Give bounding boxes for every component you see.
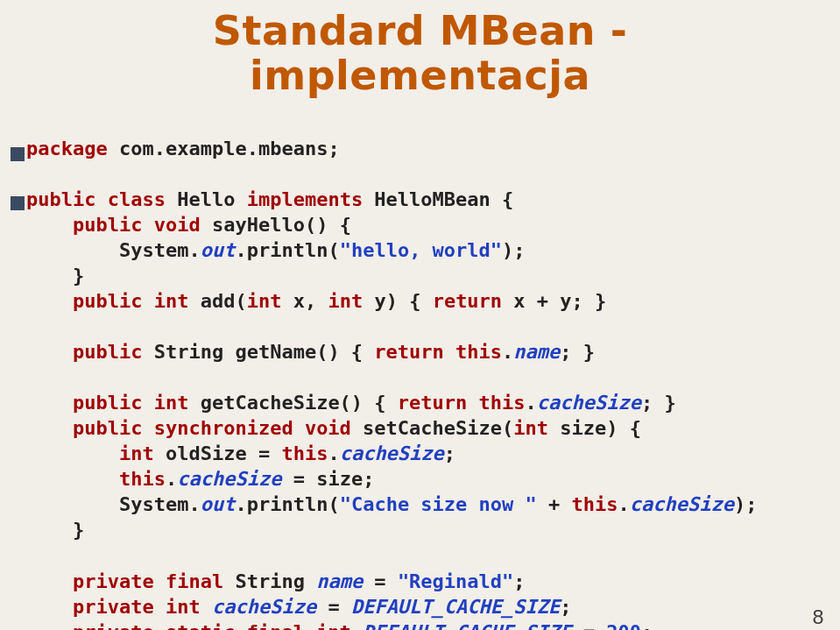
title-line1: Standard MBean - <box>213 7 627 54</box>
slide-title: Standard MBean - implementacja <box>0 9 840 97</box>
slide: Standard MBean - implementacja package c… <box>0 9 840 630</box>
bullet-square <box>11 147 25 161</box>
title-line2: implementacja <box>250 52 590 99</box>
code-block: package com.example.mbeans; public class… <box>26 136 814 630</box>
code-text: package com.example.mbeans; public class… <box>26 136 814 630</box>
page-number: 8 <box>812 606 824 628</box>
bullet-square <box>11 196 25 210</box>
